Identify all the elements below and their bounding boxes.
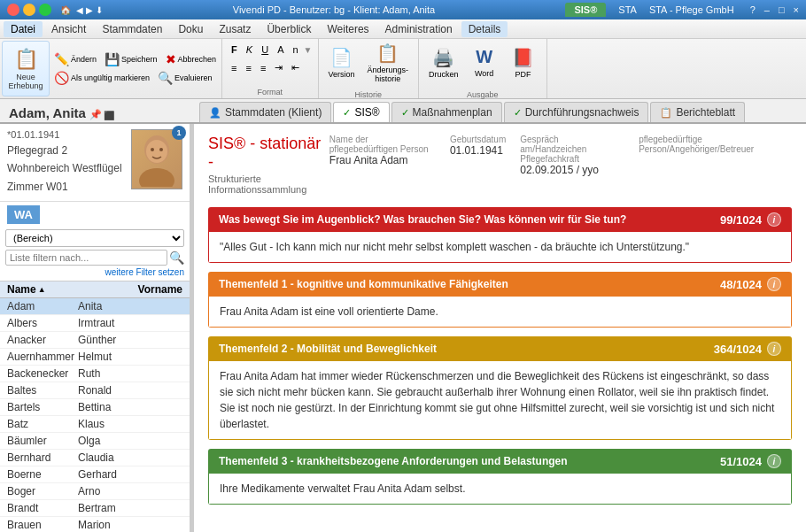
tabs-container: 👤 Stammdaten (Klient) ✓ SIS® ✓ Maßnahmen… [196, 102, 745, 122]
format-n-button[interactable]: n [289, 42, 301, 57]
window-ctrl-close[interactable]: × [794, 4, 799, 15]
patient-dob-display: *01.01.1941 [7, 129, 126, 140]
col-vorname-header: Vorname [138, 283, 182, 296]
evaluieren-icon: 🔍 [158, 71, 173, 85]
menu-ueberblick[interactable]: Überblick [260, 21, 318, 37]
left-panel: *01.01.1941 Pflegegrad 2 Wohnbereich Wes… [0, 124, 190, 532]
list-item-name: Bartels [7, 401, 78, 413]
list-item[interactable]: AnackerGünther [0, 332, 190, 349]
list-item-vorname: Arno [78, 485, 100, 497]
list-filter-input[interactable] [5, 250, 167, 266]
bereich-filter-dropdown[interactable]: (Bereich) [5, 229, 184, 247]
list-header[interactable]: Name ▲ Vorname [0, 281, 190, 298]
section-header-themenfeld-3: Themenfeld 3 - krankheitsbezogene Anford… [208, 449, 792, 474]
svg-point-2 [146, 140, 167, 163]
als-ungueltig-button[interactable]: 🚫 Als ungültig markieren [50, 69, 153, 87]
filter-icon[interactable]: ⬛ [104, 111, 114, 120]
list-item[interactable]: BrauenMarion [0, 517, 190, 532]
sis-meta: Name der pflegebedürftigen Person Frau A… [329, 135, 792, 176]
ribbon-group-ausgabe: 🖨️ Drucken W Word 📕 PDF Ausgabe [419, 39, 547, 98]
list-item[interactable]: AlbersIrmtraut [0, 315, 190, 332]
format-align-right[interactable]: ≡ [257, 61, 269, 75]
search-icon[interactable]: 🔍 [169, 251, 184, 265]
window-ctrl-min[interactable]: – [764, 4, 770, 15]
format-A-button[interactable]: A [274, 42, 287, 57]
window-controls[interactable]: 🏠 ◀ ▶ ⬇ [7, 4, 103, 16]
pdf-label: PDF [515, 70, 531, 79]
format-align-left[interactable]: ≡ [228, 61, 240, 75]
ribbon-group-format: F K U A n ▼ ≡ ≡ ≡ ⇥ ⇤ Format [222, 39, 318, 98]
window-ctrl-max[interactable]: □ [779, 4, 785, 15]
abbrechen-button[interactable]: ✖ Abbrechen [162, 50, 221, 68]
list-item[interactable]: BaltesRonald [0, 382, 190, 399]
section-score-was-bewegt: 99/1024 i [720, 212, 781, 227]
pdf-button[interactable]: 📕 PDF [506, 39, 541, 87]
menu-doku[interactable]: Doku [171, 21, 210, 37]
tab-stammdaten[interactable]: 👤 Stammdaten (Klient) [199, 102, 331, 122]
format-U-button[interactable]: U [258, 42, 272, 57]
format-F-button[interactable]: F [228, 42, 241, 57]
word-button[interactable]: W Word [467, 39, 502, 87]
info-icon-themenfeld-2[interactable]: i [767, 342, 781, 356]
list-item[interactable]: BrandtBertram [0, 500, 190, 517]
section-score-themenfeld-1: 48/1024 i [720, 277, 781, 291]
maximize-btn[interactable] [39, 4, 51, 16]
tab-massnahmenplan[interactable]: ✓ Maßnahmenplan [391, 102, 502, 122]
meta-dob: Geburtsdatum 01.01.1941 [450, 135, 506, 176]
patient-list: AdamAnitaAlbersIrmtrautAnackerGüntherAue… [0, 298, 190, 532]
sta-header-tab[interactable]: STA [618, 4, 637, 15]
sta-pflege-header-tab[interactable]: STA - Pflege GmbH [649, 4, 734, 15]
meta-pflegebeduerftiger-label: pflegebedürftige Person/Angehöriger/Betr… [639, 135, 792, 154]
format-group-label: Format [226, 88, 314, 96]
aenderungshistorie-button[interactable]: 📋 Änderungs-historie [363, 39, 414, 87]
tab-berichteblatt[interactable]: 📋 Berichteblatt [650, 102, 745, 122]
sis-header-tab[interactable]: SIS® [565, 3, 606, 17]
section-content-was-bewegt: "Alles Gut - Ich kann mich nur nicht meh… [208, 232, 792, 263]
app-icon: 🏠 [60, 5, 71, 15]
pin-icon[interactable]: 📌 [89, 109, 102, 120]
menu-ansicht[interactable]: Ansicht [44, 21, 93, 37]
format-indent[interactable]: ⇥ [271, 60, 286, 75]
speichern-button[interactable]: 💾 Speichern [101, 50, 161, 68]
menu-zusatz[interactable]: Zusatz [212, 21, 258, 37]
format-align-center[interactable]: ≡ [243, 61, 255, 75]
list-item[interactable]: BackeneckerRuth [0, 366, 190, 382]
tab-durchfuehrungsnachweis[interactable]: ✓ Durchführungsnachweis [504, 102, 649, 122]
bearbeiten-small-btns: ✏️ Ändern 💾 Speichern ✖ Abbrechen 🚫 Als … [50, 41, 220, 96]
menu-details[interactable]: Details [461, 21, 508, 37]
list-item[interactable]: BatzKlaus [0, 416, 190, 433]
section-header-was-bewegt: Was bewegt Sie im Augenblick? Was brauch… [208, 207, 792, 232]
minimize-btn[interactable] [23, 4, 35, 16]
list-item[interactable]: AdamAnita [0, 298, 190, 315]
info-icon-themenfeld-3[interactable]: i [767, 454, 781, 468]
ausgabe-btns: 🖨️ Drucken W Word 📕 PDF [424, 39, 541, 87]
list-item[interactable]: BartelsBettina [0, 399, 190, 416]
speichern-icon: 💾 [105, 52, 120, 66]
menu-administration[interactable]: Administration [378, 21, 460, 37]
aendern-button[interactable]: ✏️ Ändern [50, 50, 100, 68]
close-btn[interactable] [7, 4, 19, 16]
list-item[interactable]: BernhardClaudia [0, 450, 190, 466]
list-item[interactable]: AuernhammerHelmut [0, 349, 190, 366]
list-item[interactable]: BäumlerOlga [0, 433, 190, 450]
format-more-icon[interactable]: ▼ [304, 45, 313, 55]
neue-erhebung-button[interactable]: 📋 NeueErhebung [2, 41, 50, 96]
menu-datei[interactable]: Datei [4, 21, 43, 37]
info-icon-themenfeld-1[interactable]: i [767, 277, 781, 291]
menu-stammdaten[interactable]: Stammdaten [95, 21, 169, 37]
list-item[interactable]: BoerneGerhard [0, 466, 190, 483]
menu-weiteres[interactable]: Weiteres [320, 21, 376, 37]
further-filters-link[interactable]: weitere Filter setzen [5, 267, 184, 277]
help-btn[interactable]: ? [750, 4, 756, 15]
tab-durchfuehrungsnachweis-icon: ✓ [514, 107, 522, 119]
list-item[interactable]: BogerArno [0, 483, 190, 500]
info-icon-was-bewegt[interactable]: i [767, 212, 781, 227]
tab-sis[interactable]: ✓ SIS® [333, 102, 389, 122]
format-K-button[interactable]: K [243, 42, 256, 57]
version-button[interactable]: 📄 Version [324, 39, 360, 87]
evaluieren-button[interactable]: 🔍 Evaluieren [154, 69, 216, 87]
sis-sections: Was bewegt Sie im Augenblick? Was brauch… [208, 207, 792, 505]
list-item-name: Auernhammer [7, 351, 78, 363]
format-outdent[interactable]: ⇤ [288, 60, 303, 75]
drucken-button[interactable]: 🖨️ Drucken [424, 39, 463, 87]
